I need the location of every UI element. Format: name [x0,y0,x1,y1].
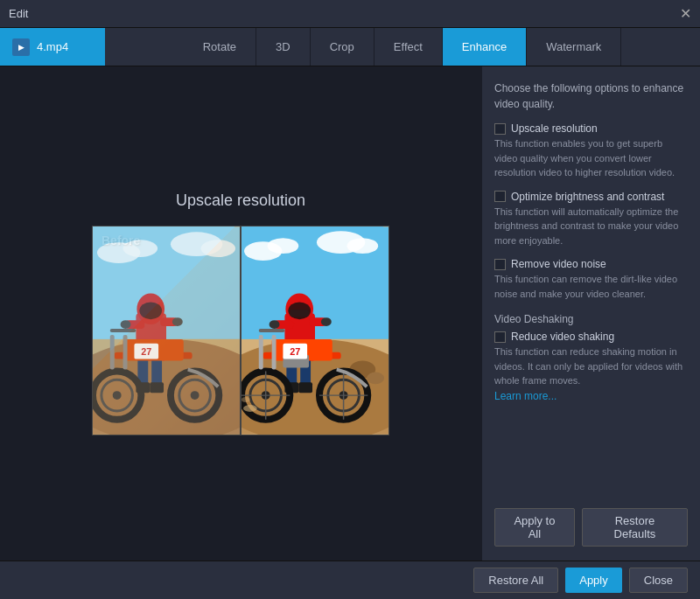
noise-label[interactable]: Remove video noise [511,258,606,270]
svg-point-50 [321,317,332,326]
title-bar: Edit ✕ [0,0,700,28]
svg-rect-46 [290,310,309,317]
tab-3d[interactable]: 3D [256,28,311,66]
svg-point-42 [367,372,384,384]
deshaking-label[interactable]: Reduce video shaking [511,331,614,343]
preview-title: Upscale resolution [176,192,305,210]
preview-before: Before [92,226,241,435]
svg-rect-32 [93,226,240,434]
svg-rect-70 [259,329,285,332]
deshaking-desc: This function can reduce shaking motion … [494,345,688,388]
noise-checkbox[interactable] [494,259,506,270]
preview-after: After [241,226,389,435]
before-image-svg: 27 [93,226,240,435]
svg-point-35 [268,238,299,254]
brightness-label[interactable]: Optimize brightness and contrast [511,191,664,203]
option-upscale: Upscale resolution This function enables… [494,121,688,180]
deshaking-section-title: Video Deshaking [494,313,688,325]
tab-bar: ▶ 4.mp4 Rotate 3D Crop Effect Enhance Wa… [0,28,700,66]
settings-panel: Choose the following options to enhance … [481,66,700,561]
brightness-checkbox[interactable] [494,191,506,202]
option-brightness: Optimize brightness and contrast This fu… [494,189,688,248]
restore-defaults-button[interactable]: Restore Defaults [582,508,688,547]
apply-button[interactable]: Apply [565,568,622,593]
upscale-desc: This function enables you to get superb … [494,136,688,180]
tab-effect[interactable]: Effect [374,28,443,66]
file-tab-icon: ▶ [12,38,30,56]
tab-enhance[interactable]: Enhance [443,28,527,66]
option-noise: Remove video noise This function can rem… [494,256,688,301]
close-icon[interactable]: ✕ [680,7,691,21]
svg-point-37 [347,238,379,254]
settings-intro: Choose the following options to enhance … [494,80,688,112]
tab-watermark[interactable]: Watermark [527,28,621,66]
deshaking-section: Video Deshaking Reduce video shaking Thi… [494,310,688,402]
restore-all-button[interactable]: Restore All [473,568,558,593]
svg-text:27: 27 [290,346,300,357]
tab-crop[interactable]: Crop [311,28,374,66]
preview-panel: Upscale resolution Before [0,66,481,561]
file-tab-label: 4.mp4 [37,40,68,53]
file-tab[interactable]: ▶ 4.mp4 [0,28,105,66]
upscale-checkbox[interactable] [494,123,506,135]
deshaking-checkbox[interactable] [494,331,506,343]
main-content: Upscale resolution Before [0,66,700,561]
after-image-svg: 27 [242,226,388,435]
title-bar-title: Edit [9,7,28,20]
bottom-right: Restore All Apply Close [473,568,688,593]
svg-point-73 [243,405,257,412]
svg-point-49 [270,320,280,329]
learn-more-link[interactable]: Learn more... [494,390,556,402]
noise-desc: This function can remove the dirt-like v… [494,272,688,301]
svg-rect-72 [272,335,276,370]
svg-point-74 [242,397,250,402]
upscale-label[interactable]: Upscale resolution [511,122,598,135]
apply-to-all-button[interactable]: Apply to All [494,508,575,547]
tab-spacer: Rotate 3D Crop Effect Enhance Watermark [105,28,700,66]
close-button[interactable]: Close [629,568,688,593]
preview-images: Before [92,226,389,435]
tab-rotate[interactable]: Rotate [184,28,256,66]
svg-rect-71 [259,335,263,370]
bottom-bar: Restore All Apply Close [0,561,700,599]
brightness-desc: This function will automatically optimiz… [494,205,688,248]
svg-rect-54 [298,382,312,393]
